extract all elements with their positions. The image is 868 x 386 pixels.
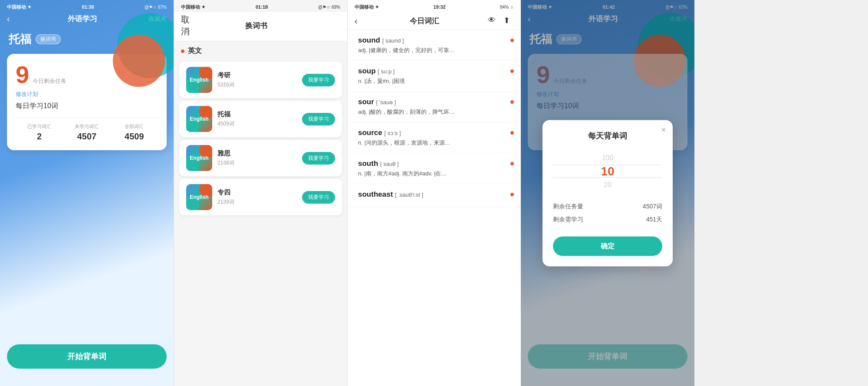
panel-4-wrapper: 中国移动 ✦ 01:42 @⚑☆ 67% ‹ 外语学习 收藏夹 托福 换词书 9… <box>521 0 868 386</box>
book-info-2: 雅思 2138词 <box>217 149 302 167</box>
vocab-item-5[interactable]: southeast [ .sauθ'i:st ] <box>348 184 521 207</box>
section-dot <box>181 49 184 53</box>
nav-title-2: 换词书 <box>194 21 319 31</box>
panel-4: 中国移动 ✦ 01:42 @⚑☆ 67% ‹ 外语学习 收藏夹 托福 换词书 9… <box>521 0 694 386</box>
vocab-item-0[interactable]: sound [ saund ] adj. |健康的，健全的，完好的，可靠… <box>348 30 521 61</box>
back-btn-1[interactable]: ‹ <box>7 14 20 24</box>
book-name-1: 托福 <box>9 32 31 47</box>
book-name-0: 考研 <box>217 71 302 79</box>
task-label-1: 今日剩余任务 <box>33 77 66 85</box>
dialog-stats: 剩余任务量 4507词 剩余需学习 451天 <box>553 200 662 226</box>
vocab-phonetic-1: [ su:p ] <box>378 68 395 75</box>
number-picker[interactable]: 100 10 20 <box>553 149 662 193</box>
dialog-stat-value-0: 4507词 <box>643 202 662 210</box>
time-2: 01:18 <box>256 4 268 10</box>
icons-2: @⚑☆ 69% <box>318 5 340 10</box>
vocab-dot-0 <box>510 39 514 42</box>
vocab-def-2: adj. |酸的，酸腐的，刻薄的，脾气坏… <box>358 108 514 116</box>
vocab-dot-3 <box>510 131 514 135</box>
share-icon[interactable]: ⬆ <box>503 16 514 26</box>
section-title-2: 英文 <box>188 46 202 56</box>
vocab-def-4: n. |南，南方#adj. 南方的#adv. |在… <box>358 170 514 178</box>
icons-1: @⚑☆ 67% <box>145 5 167 10</box>
stat-total-label: 全部词汇 <box>111 123 158 130</box>
modify-plan-1[interactable]: 修改计划 <box>16 90 158 98</box>
vocab-word-2: sour [ 'sauə ] <box>358 98 514 106</box>
book-label-row-1: 托福 换词书 <box>0 27 174 47</box>
learn-btn-1[interactable]: 我要学习 <box>302 113 335 125</box>
dialog-stat-row-1: 剩余需学习 451天 <box>553 213 662 226</box>
vocab-phonetic-4: [ sauθ ] <box>380 161 399 167</box>
vocab-dot-4 <box>510 162 514 165</box>
book-item-0[interactable]: English 考研 5316词 我要学习 <box>179 62 342 98</box>
time-1: 01:38 <box>82 4 94 10</box>
vocab-title: 今日词汇 <box>361 16 488 26</box>
vocab-item-3[interactable]: source [ sɔ:s ] n. |河的源头，根源，发源地，来源… <box>348 122 521 153</box>
task-number-1: 9 <box>16 63 29 87</box>
time-3: 19:32 <box>434 4 446 10</box>
stat-unlearned-label: 未学习词汇 <box>63 123 110 130</box>
stat-learned-label: 已学习词汇 <box>16 123 63 130</box>
book-cover-2: English <box>186 145 212 171</box>
dialog-stat-row-0: 剩余任务量 4507词 <box>553 200 662 213</box>
status-bar-1: 中国移动 ✦ 01:38 @⚑☆ 67% <box>0 0 174 12</box>
dialog-confirm-btn[interactable]: 确定 <box>553 236 662 256</box>
start-btn-1[interactable]: 开始背单词 <box>7 344 167 369</box>
vocab-word-1: soup [ su:p ] <box>358 67 514 76</box>
book-item-3[interactable]: English 专四 2139词 我要学习 <box>179 179 342 215</box>
vocab-item-4[interactable]: south [ sauθ ] n. |南，南方#adj. 南方的#adv. |在… <box>348 153 521 184</box>
eye-icon[interactable]: 👁 <box>488 16 498 26</box>
learn-btn-2[interactable]: 我要学习 <box>302 152 335 165</box>
vocab-phonetic-2: [ 'sauə ] <box>376 99 396 106</box>
vocab-back-btn[interactable]: ‹ <box>355 16 358 26</box>
icons-3: 84% ☆ <box>500 5 514 10</box>
vocab-phonetic-3: [ sɔ:s ] <box>384 130 401 136</box>
book-name-1: 托福 <box>217 110 302 119</box>
carrier-2: 中国移动 ✦ <box>181 4 205 10</box>
picker-below: 20 <box>604 181 612 188</box>
vocab-header: ‹ 今日词汇 👁 ⬆ <box>348 12 521 30</box>
vocab-dot-1 <box>510 69 514 73</box>
vocab-word-4: south [ sauθ ] <box>358 159 514 168</box>
stat-learned-value: 2 <box>16 132 63 142</box>
book-item-2[interactable]: English 雅思 2138词 我要学习 <box>179 140 342 176</box>
stats-row-1: 已学习词汇 2 未学习词汇 4507 全部词汇 4509 <box>16 118 158 142</box>
book-info-3: 专四 2139词 <box>217 188 302 206</box>
nav-title-1: 外语学习 <box>20 14 145 24</box>
vocab-item-1[interactable]: soup [ su:p ] n. |汤，羹#n. |困境 <box>348 61 521 92</box>
nav-2: 取消 换词书 <box>174 12 347 41</box>
dialog-title: 每天背单词 <box>553 130 662 141</box>
stat-total: 全部词汇 4509 <box>111 123 158 142</box>
task-num-row: 9 今日剩余任务 <box>16 63 158 87</box>
vocab-phonetic-5: [ .sauθ'i:st ] <box>395 191 423 198</box>
carrier-1: 中国移动 ✦ <box>7 4 31 10</box>
dialog-close-btn[interactable]: × <box>661 125 666 134</box>
book-count-3: 2139词 <box>217 198 302 206</box>
book-name-3: 专四 <box>217 188 302 197</box>
book-cover-3: English <box>186 184 212 210</box>
vocab-list: sound [ saund ] adj. |健康的，健全的，完好的，可靠… so… <box>348 30 521 381</box>
vocab-dot-5 <box>510 193 514 196</box>
vocab-word-0: sound [ saund ] <box>358 36 514 45</box>
book-count-1: 4509词 <box>217 120 302 128</box>
bookmark-btn-1[interactable]: 收藏夹 <box>145 15 167 23</box>
cancel-btn-2[interactable]: 取消 <box>181 14 194 37</box>
dialog-stat-value-1: 451天 <box>646 215 662 223</box>
vocab-item-2[interactable]: sour [ 'sauə ] adj. |酸的，酸腐的，刻薄的，脾气坏… <box>348 92 521 122</box>
book-info-0: 考研 5316词 <box>217 71 302 89</box>
daily-words-1: 每日学习10词 <box>16 102 158 111</box>
book-info-1: 托福 4509词 <box>217 110 302 128</box>
book-list: English 考研 5316词 我要学习 English 托福 4509词 我… <box>174 62 347 215</box>
picker-above: 100 <box>602 154 614 162</box>
status-bar-3: 中国移动 ✦ 19:32 84% ☆ <box>348 0 521 12</box>
learn-btn-3[interactable]: 我要学习 <box>302 191 335 204</box>
book-name-2: 雅思 <box>217 149 302 158</box>
book-item-1[interactable]: English 托福 4509词 我要学习 <box>179 101 342 137</box>
dialog-stat-label-0: 剩余任务量 <box>553 202 583 210</box>
dialog-stat-label-1: 剩余需学习 <box>553 215 583 223</box>
switch-book-btn-1[interactable]: 换词书 <box>36 34 61 44</box>
stat-learned: 已学习词汇 2 <box>16 123 63 142</box>
panel-3: 中国移动 ✦ 19:32 84% ☆ ‹ 今日词汇 👁 ⬆ sound [ sa… <box>347 0 521 386</box>
learn-btn-0[interactable]: 我要学习 <box>302 74 335 86</box>
book-count-2: 2138词 <box>217 159 302 167</box>
